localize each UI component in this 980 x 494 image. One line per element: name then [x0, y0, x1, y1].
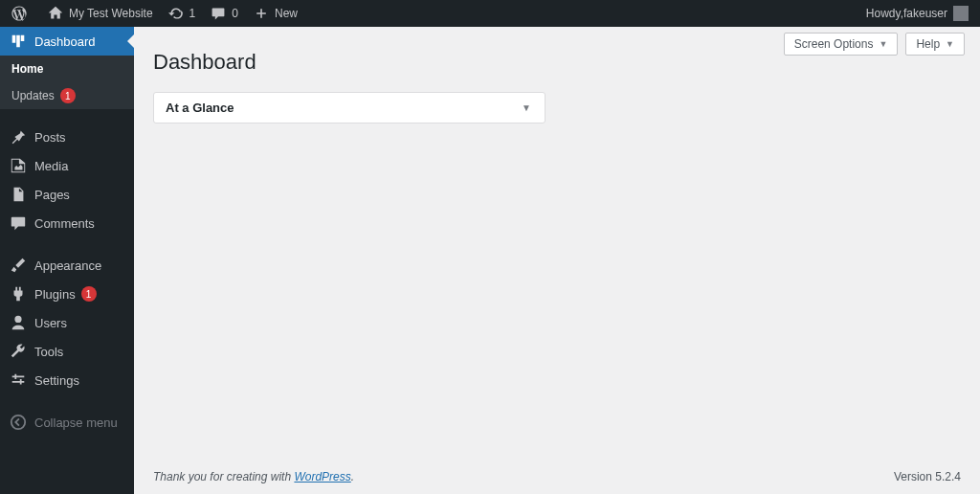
- postbox-title: At a Glance: [166, 101, 234, 115]
- new-label-text: New: [275, 0, 298, 27]
- admin-sidebar: Dashboard Home Updates 1 Posts Media P: [0, 27, 134, 494]
- updates-badge: 1: [60, 88, 76, 103]
- screen-options-button[interactable]: Screen Options ▼: [784, 33, 899, 56]
- menu-label: Users: [34, 316, 67, 330]
- menu-label: Media: [34, 159, 68, 173]
- wrench-icon: [10, 343, 27, 360]
- admin-footer: Thank you for creating with WordPress. V…: [134, 460, 980, 494]
- content-area: Screen Options ▼ Help ▼ Dashboard At a G…: [134, 27, 980, 494]
- menu-label: Collapse menu: [34, 415, 118, 430]
- plugins-badge: 1: [81, 286, 97, 302]
- menu-label: Plugins: [34, 287, 76, 302]
- collapse-menu-button[interactable]: Collapse menu: [0, 408, 134, 437]
- wordpress-logo-icon: [11, 6, 27, 21]
- menu-item-appearance[interactable]: Appearance: [0, 251, 134, 280]
- menu-label: Pages: [34, 188, 70, 202]
- menu-item-tools[interactable]: Tools: [0, 337, 134, 366]
- pin-icon: [10, 128, 27, 146]
- menu-item-settings[interactable]: Settings: [0, 366, 134, 394]
- wordpress-link[interactable]: WordPress: [294, 470, 350, 483]
- submenu-dashboard: Home Updates 1: [0, 56, 134, 109]
- comments-icon: [10, 214, 27, 232]
- submenu-item-home[interactable]: Home: [0, 56, 134, 82]
- postbox-at-a-glance: At a Glance ▼: [153, 92, 546, 124]
- screen-meta-links: Screen Options ▼ Help ▼: [784, 33, 965, 56]
- menu-item-plugins[interactable]: Plugins 1: [0, 280, 134, 308]
- user-icon: [10, 314, 27, 331]
- howdy-text: Howdy,: [866, 0, 903, 27]
- wp-logo-menu[interactable]: [4, 0, 40, 27]
- postbox-toggle-button[interactable]: ▼: [520, 101, 533, 115]
- help-button[interactable]: Help ▼: [905, 33, 965, 56]
- menu-label: Dashboard: [34, 34, 96, 49]
- avatar-icon: [953, 6, 969, 21]
- svg-point-0: [11, 415, 25, 429]
- menu-label: Comments: [34, 216, 95, 231]
- media-icon: [10, 157, 27, 174]
- update-icon: [168, 6, 184, 21]
- menu-item-comments[interactable]: Comments: [0, 209, 134, 237]
- submenu-item-updates[interactable]: Updates 1: [0, 82, 134, 109]
- new-content-link[interactable]: New: [246, 0, 305, 27]
- chevron-down-icon: ▼: [879, 39, 887, 49]
- collapse-icon: [10, 414, 27, 431]
- site-name-text: My Test Website: [69, 0, 153, 27]
- brush-icon: [10, 257, 27, 274]
- comments-link[interactable]: 0: [203, 0, 246, 27]
- sliders-icon: [10, 371, 27, 389]
- menu-label: Settings: [34, 373, 79, 388]
- home-icon: [48, 6, 63, 21]
- menu-label: Tools: [34, 345, 63, 359]
- menu-label: Posts: [34, 130, 66, 145]
- updates-link[interactable]: 1: [161, 0, 204, 27]
- footer-thankyou: Thank you for creating with WordPress.: [153, 470, 354, 483]
- page-icon: [10, 186, 27, 203]
- comment-icon: [211, 6, 226, 21]
- menu-item-users[interactable]: Users: [0, 308, 134, 337]
- chevron-down-icon: ▼: [946, 39, 954, 49]
- menu-item-pages[interactable]: Pages: [0, 180, 134, 209]
- menu-item-posts[interactable]: Posts: [0, 123, 134, 151]
- plug-icon: [10, 285, 27, 303]
- plus-icon: [254, 6, 269, 21]
- my-account-link[interactable]: Howdy, fakeuser: [858, 0, 976, 27]
- updates-count-text: 1: [189, 0, 196, 27]
- comments-count-text: 0: [232, 0, 238, 27]
- menu-item-dashboard[interactable]: Dashboard: [0, 27, 134, 56]
- version-text: Version 5.2.4: [894, 470, 961, 483]
- menu-item-media[interactable]: Media: [0, 151, 134, 180]
- admin-bar: My Test Website 1 0 New Howdy, fakeuser: [0, 0, 980, 27]
- user-name-text: fakeuser: [903, 0, 947, 27]
- dashboard-icon: [10, 33, 27, 50]
- site-name-link[interactable]: My Test Website: [40, 0, 161, 27]
- menu-label: Appearance: [34, 258, 101, 273]
